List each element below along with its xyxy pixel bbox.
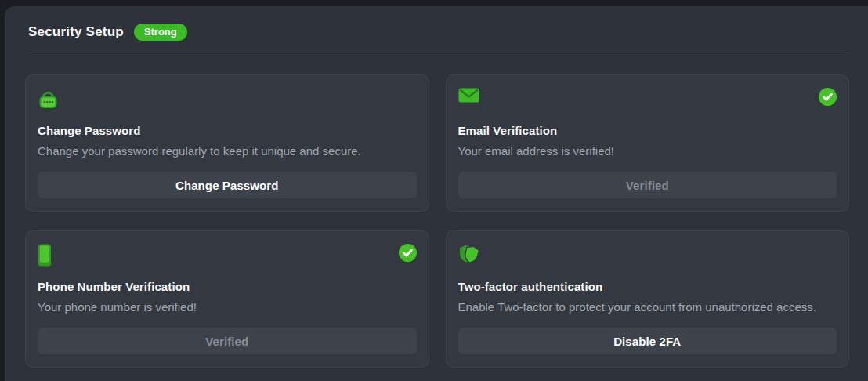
phone-verified-button: Verified: [38, 328, 417, 354]
header-divider: [28, 53, 849, 53]
page-title: Security Setup: [28, 24, 124, 40]
card-title: Two-factor authentication: [458, 280, 837, 293]
panel-header: Security Setup Strong: [25, 24, 849, 41]
phone-icon: [38, 244, 52, 267]
card-description: Enable Two-factor to protect your accoun…: [458, 300, 837, 314]
card-description: Your email address is verified!: [458, 144, 837, 158]
card-title: Change Password: [38, 124, 417, 137]
change-password-button[interactable]: Change Password: [38, 172, 417, 198]
card-email-verification: Email Verification Your email address is…: [446, 74, 850, 212]
card-phone-verification: Phone Number Verification Your phone num…: [25, 230, 429, 368]
card-change-password: Change Password Change your password reg…: [25, 74, 429, 212]
card-description: Change your password regularly to keep i…: [38, 144, 417, 158]
verified-check-icon: [399, 244, 417, 265]
email-verified-button: Verified: [458, 172, 837, 198]
security-cards-grid: Change Password Change your password reg…: [25, 74, 849, 368]
security-strength-badge: Strong: [134, 24, 187, 41]
disable-2fa-button[interactable]: Disable 2FA: [458, 328, 837, 354]
card-title: Email Verification: [458, 124, 837, 137]
card-title: Phone Number Verification: [38, 280, 417, 293]
shield-icon: [458, 244, 483, 266]
verified-check-icon: [819, 88, 837, 109]
lock-icon: [38, 88, 59, 109]
security-setup-panel: Security Setup Strong Change Passwor: [5, 6, 868, 381]
card-two-factor: Two-factor authentication Enable Two-fac…: [446, 230, 850, 368]
card-description: Your phone number is verified!: [38, 300, 417, 314]
envelope-icon: [458, 88, 479, 103]
